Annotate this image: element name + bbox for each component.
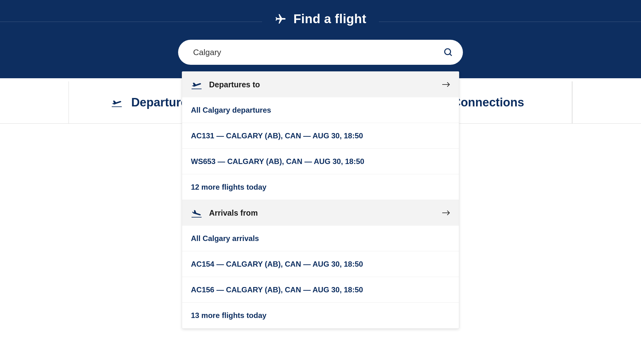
arrow-right-icon [442, 81, 450, 88]
dropdown-item-label: All Calgary arrivals [191, 234, 259, 243]
dropdown-item-label: AC154 — CALGARY (AB), CAN — AUG 30, 18:5… [191, 260, 363, 269]
more-departures-link[interactable]: 12 more flights today [182, 174, 459, 200]
arrival-flight-item[interactable]: AC154 — CALGARY (AB), CAN — AUG 30, 18:5… [182, 251, 459, 277]
airplane-icon [274, 13, 286, 25]
all-arrivals-link[interactable]: All Calgary arrivals [182, 226, 459, 251]
dropdown-item-label: 13 more flights today [191, 311, 266, 320]
arrivals-section-header[interactable]: Arrivals from [182, 200, 459, 226]
arrivals-header-label: Arrivals from [209, 208, 435, 218]
arrow-right-icon [442, 210, 450, 216]
more-arrivals-link[interactable]: 13 more flights today [182, 303, 459, 328]
svg-point-0 [445, 49, 451, 55]
takeoff-icon [111, 97, 122, 108]
all-departures-link[interactable]: All Calgary departures [182, 97, 459, 123]
page-title: Find a flight [293, 12, 366, 26]
search-container [178, 40, 463, 65]
departure-flight-item[interactable]: WS653 — CALGARY (AB), CAN — AUG 30, 18:5… [182, 149, 459, 174]
search-icon[interactable] [444, 48, 453, 57]
departures-section-header[interactable]: Departures to [182, 72, 459, 97]
dropdown-item-label: AC131 — CALGARY (AB), CAN — AUG 30, 18:5… [191, 131, 363, 140]
search-results-dropdown: Departures to All Calgary departures AC1… [182, 71, 459, 329]
landing-icon [191, 207, 202, 218]
dropdown-item-label: AC156 — CALGARY (AB), CAN — AUG 30, 18:5… [191, 285, 363, 294]
dropdown-item-label: 12 more flights today [191, 183, 266, 192]
tab-spacer [0, 81, 69, 123]
departure-flight-item[interactable]: AC131 — CALGARY (AB), CAN — AUG 30, 18:5… [182, 123, 459, 149]
dropdown-item-label: WS653 — CALGARY (AB), CAN — AUG 30, 18:5… [191, 157, 364, 166]
header-title: Find a flight [262, 12, 379, 26]
svg-line-1 [450, 54, 452, 56]
dropdown-item-label: All Calgary departures [191, 106, 271, 115]
departures-header-label: Departures to [209, 80, 435, 89]
takeoff-icon [191, 79, 202, 90]
header-banner: Find a flight [0, 0, 641, 78]
search-input[interactable] [193, 48, 444, 57]
arrival-flight-item[interactable]: AC156 — CALGARY (AB), CAN — AUG 30, 18:5… [182, 277, 459, 303]
tab-connections-label: Connections [452, 96, 524, 109]
tab-spacer [572, 81, 641, 123]
